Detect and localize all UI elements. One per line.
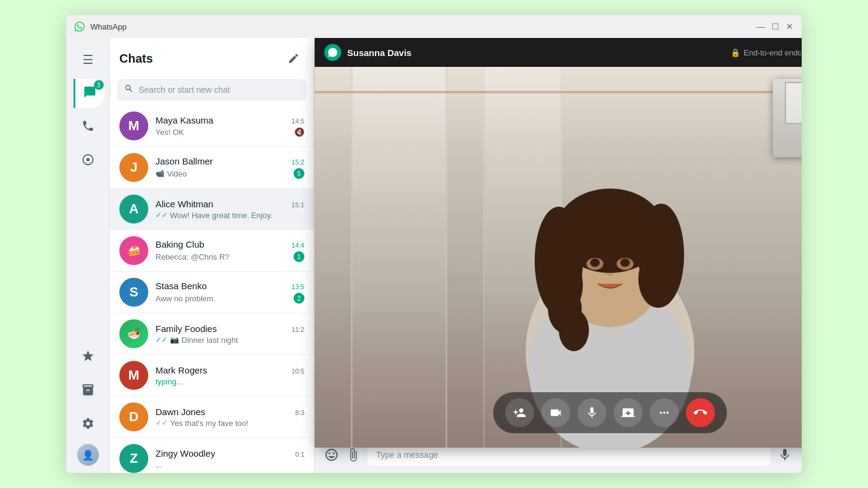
chat-name: Mark Rogers [156,365,207,375]
selfview-content [773,79,802,157]
chat-info: Alice Whitman 15:1 ✓✓ Wow! Have great ti… [156,199,304,220]
add-participant-button[interactable] [505,398,534,427]
chat-time: 8:3 [295,409,304,416]
vc-remote-video [315,67,802,448]
list-item[interactable]: 🍜 Family Foodies 11:2 ✓✓ 📷 Dinner last n… [110,313,314,355]
chat-time: 14:5 [292,117,304,125]
nav-menu-icon[interactable]: ☰ [74,45,102,74]
chat-time: 10:5 [292,368,304,375]
icon-nav: ☰ 3 [66,38,110,473]
encryption-text: End-to-end endcrypted [744,48,802,57]
list-item[interactable]: A Alice Whitman 15:1 ✓✓ Wow! Have great … [110,189,314,230]
camera-toggle-button[interactable] [541,398,570,427]
chat-time: 14:4 [292,242,304,249]
screen-share-button[interactable] [614,398,643,427]
avatar: 🍜 [119,319,148,348]
nav-status-icon[interactable] [74,146,102,175]
unread-badge: 1 [294,251,304,262]
list-item[interactable]: M Mark Rogers 10:5 typing... [110,355,314,396]
microphone-button[interactable] [778,448,792,462]
microphone-toggle-button[interactable] [577,398,606,427]
list-item[interactable]: D Dawn Jones 8:3 ✓✓ Yes that's my fave t… [110,396,314,438]
list-item[interactable]: S Stasa Benko 13:5 Aww no problem. 2 [110,272,314,313]
list-item[interactable]: J Jason Ballmer 15:2 📹 Video 5 [110,147,314,189]
svg-point-1 [86,158,90,161]
app-window: WhatsApp — ☐ ✕ ☰ 3 [66,15,802,473]
sidebar-header: Chats [110,38,314,74]
maximize-button[interactable]: ☐ [770,22,780,31]
main-content: Susanna Davis 🔒 End-to-end endcrypted — … [315,38,802,473]
avatar: Z [119,444,148,473]
avatar: S [119,278,148,307]
chat-info: Maya Kasuma 14:5 Yes! OK 🔇 [156,115,304,137]
nav-archive-icon[interactable] [74,377,102,405]
vc-main-video [315,67,802,448]
chat-info: Zingy Woodley 0:1 ... [156,448,304,469]
chat-preview: Yes that's my fave too! [170,419,248,428]
minimize-button[interactable]: — [756,22,766,31]
avatar: J [119,153,148,182]
new-chat-button[interactable] [283,48,304,69]
list-item[interactable]: M Maya Kasuma 14:5 Yes! OK 🔇 [110,105,314,147]
chat-name: Baking Club [156,239,204,249]
chat-preview: Yes! OK [156,128,184,137]
read-receipt-icon: ✓✓ [156,419,168,427]
chat-name: Dawn Jones [156,407,206,417]
title-bar: WhatsApp — ☐ ✕ [66,15,802,38]
read-receipt-icon: ✓✓ [156,336,168,344]
sidebar-header-icons [283,48,304,69]
close-button[interactable]: ✕ [785,22,794,31]
vc-whatsapp-logo [324,44,341,61]
svg-point-16 [620,258,630,267]
chat-info: Stasa Benko 13:5 Aww no problem. 2 [156,281,304,304]
unread-badge: 5 [294,168,304,179]
chat-time: 0:1 [295,451,304,458]
vc-bottom-controls [493,392,727,433]
chat-preview: ... [156,460,162,469]
app-body: ☰ 3 [66,38,802,473]
chat-time: 11:2 [292,326,304,333]
whatsapp-logo [74,20,86,33]
read-receipt-icon: ✓✓ [156,211,168,219]
chat-time: 15:2 [292,158,304,166]
chat-preview: Wow! Have great time. Enjoy. [170,211,272,220]
chat-preview: typing... [156,377,183,386]
nav-settings-icon[interactable] [74,410,102,439]
vc-caller-name: Susanna Davis [347,48,731,58]
chat-list: M Maya Kasuma 14:5 Yes! OK 🔇 [110,105,314,473]
sidebar: Chats [110,38,315,473]
window-controls: — ☐ ✕ [756,22,794,31]
nav-calls-icon[interactable] [74,113,102,142]
avatar: A [119,195,148,224]
vc-selfview [773,79,802,157]
chat-info: Jason Ballmer 15:2 📹 Video 5 [156,156,304,179]
chat-preview: Dinner last night [181,336,238,345]
vc-title-bar: Susanna Davis 🔒 End-to-end endcrypted — … [315,38,802,67]
chat-name: Zingy Woodley [156,448,215,458]
end-call-button[interactable] [686,398,715,427]
chat-name: Maya Kasuma [156,115,213,125]
chats-badge: 3 [94,80,104,90]
sidebar-title: Chats [119,52,153,66]
chat-preview: Rebecca: @Chris R? [156,252,229,261]
chat-time: 13:5 [292,283,304,290]
avatar: 🍰 [119,236,148,265]
chat-name: Jason Ballmer [156,156,213,166]
list-item[interactable]: Z Zingy Woodley 0:1 ... [110,438,314,473]
chat-name: Alice Whitman [156,199,213,209]
nav-chats-icon[interactable]: 3 [74,79,105,108]
chat-info: Family Foodies 11:2 ✓✓ 📷 Dinner last nig… [156,324,304,345]
search-input[interactable] [139,85,300,95]
emoji-button[interactable] [324,448,339,462]
more-options-button[interactable] [650,398,679,427]
unread-badge: 2 [294,293,304,304]
attach-button[interactable] [346,448,360,462]
chat-preview: Aww no problem. [156,294,215,303]
search-box [117,79,307,101]
user-avatar[interactable]: 👤 [77,444,99,466]
list-item[interactable]: 🍰 Baking Club 14:4 Rebecca: @Chris R? 1 [110,230,314,272]
nav-starred-icon[interactable] [74,343,102,372]
muted-icon: 🔇 [294,127,304,137]
svg-point-12 [559,309,589,351]
search-icon [124,84,134,96]
